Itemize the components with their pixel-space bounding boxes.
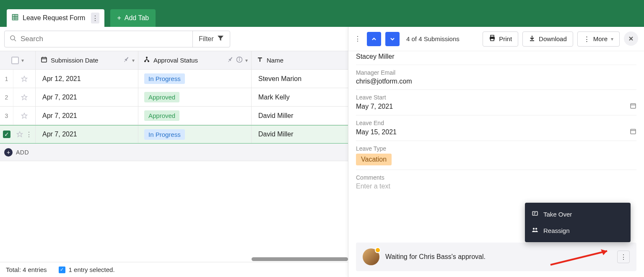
search-input[interactable] (21, 35, 187, 43)
svg-rect-30 (631, 129, 636, 134)
svg-point-11 (146, 57, 148, 58)
svg-marker-18 (22, 94, 27, 100)
row-star[interactable] (13, 70, 36, 88)
download-button[interactable]: Download (522, 31, 573, 47)
close-panel-button[interactable] (624, 31, 638, 46)
next-submission-button[interactable] (385, 32, 400, 46)
info-icon[interactable] (236, 56, 243, 64)
plus-icon: + (117, 14, 121, 22)
row-star[interactable]: ⋮ (13, 125, 36, 143)
svg-line-6 (14, 39, 16, 41)
svg-point-5 (10, 36, 15, 40)
svg-marker-19 (22, 113, 27, 118)
field-leave-start-label: Leave Start (356, 94, 636, 101)
tab-leave-request[interactable]: Leave Request Form ⋮ (7, 9, 104, 27)
approver-avatar (363, 248, 379, 265)
chevron-down-icon[interactable]: ▾ (245, 57, 248, 63)
take-over-menu-item[interactable]: Take Over (525, 206, 631, 222)
chevron-down-icon[interactable]: ▾ (132, 57, 135, 63)
more-label: More (593, 35, 608, 42)
svg-point-12 (144, 60, 146, 62)
svg-rect-7 (42, 57, 47, 62)
svg-rect-28 (631, 104, 636, 108)
panel-menu-button[interactable]: ⋮ (353, 35, 363, 43)
cell-submission-date: Apr 12, 2021 (36, 70, 138, 88)
field-leave-start-value: May 7, 2021 (356, 103, 393, 110)
cell-approval-status: In Progress (138, 70, 252, 88)
svg-point-33 (533, 228, 535, 230)
cell-submission-date: Apr 7, 2021 (36, 107, 138, 125)
status-badge: Approved (144, 92, 179, 102)
total-entries: Total: 4 entries (6, 266, 47, 273)
svg-point-13 (148, 60, 149, 62)
pin-icon[interactable] (123, 56, 130, 64)
row-number: 3 (0, 107, 13, 125)
dots-icon: ⋮ (584, 35, 590, 43)
field-name-value: Stacey Miller (356, 53, 636, 60)
svg-marker-17 (22, 76, 27, 81)
status-badge: Approved (144, 110, 179, 121)
svg-rect-0 (13, 15, 18, 20)
horizontal-scrollbar[interactable] (252, 257, 348, 261)
column-label: Submission Date (51, 57, 98, 64)
add-tab-label: Add Tab (125, 14, 149, 22)
calendar-icon[interactable] (630, 128, 636, 136)
add-tab-button[interactable]: + Add Tab (110, 9, 156, 27)
approval-status-bar: Waiting for Chris Bass's approval. ⋮ Tak… (356, 243, 636, 271)
search-box[interactable] (5, 31, 192, 47)
cell-approval-status: Approved (138, 88, 252, 106)
filter-label: Filter (199, 35, 214, 43)
row-number: 1 (0, 70, 13, 88)
chevron-down-icon[interactable]: ▾ (21, 57, 24, 63)
tab-menu-button[interactable]: ⋮ (91, 13, 99, 24)
print-button[interactable]: Print (483, 31, 518, 47)
status-badge (375, 247, 381, 253)
row-star[interactable] (13, 88, 36, 106)
filter-button[interactable]: Filter (192, 31, 230, 47)
column-label: Approval Status (153, 57, 198, 64)
field-manager-email-label: Manager Email (356, 69, 636, 76)
reassign-label: Reassign (543, 227, 570, 234)
detail-header: ⋮ 4 of 4 Submissions Print Download ⋮ (348, 27, 644, 51)
more-button[interactable]: ⋮ More ▾ (577, 31, 620, 47)
row-menu-icon[interactable]: ⋮ (26, 131, 32, 138)
svg-rect-21 (491, 35, 494, 37)
print-label: Print (499, 35, 512, 42)
field-manager-email-value: chris@jotform.com (356, 78, 636, 85)
annotation-arrow (548, 246, 615, 267)
status-badge: In Progress (144, 73, 185, 84)
field-leave-type-label: Leave Type (356, 145, 636, 152)
tab-label: Leave Request Form (23, 14, 85, 22)
download-icon (529, 35, 535, 43)
svg-point-34 (535, 228, 537, 230)
cell-submission-date: Apr 7, 2021 (36, 88, 138, 106)
cell-approval-status: In Progress (138, 125, 252, 143)
tab-bar: Leave Request Form ⋮ + Add Tab (0, 4, 644, 27)
column-submission-date[interactable]: Submission Date ▾ (36, 51, 138, 69)
svg-rect-32 (532, 212, 538, 215)
row-star[interactable] (13, 107, 36, 125)
field-comments-placeholder[interactable]: Enter a text (356, 183, 636, 190)
approval-status-text: Waiting for Chris Bass's approval. (385, 253, 486, 261)
row-number: ✓ (0, 125, 13, 143)
reassign-menu-item[interactable]: Reassign (525, 222, 631, 239)
select-all-checkbox[interactable] (11, 57, 19, 64)
field-leave-type-value: Vacation (356, 154, 392, 165)
field-leave-end-label: Leave End (356, 120, 636, 126)
check-icon: ✓ (59, 267, 65, 273)
row-checkbox[interactable]: ✓ (3, 131, 10, 138)
calendar-icon[interactable] (630, 102, 636, 111)
field-comments-label: Comments (356, 174, 636, 181)
pin-icon[interactable] (227, 56, 234, 64)
svg-rect-23 (491, 39, 494, 41)
field-leave-end-value: May 15, 2021 (356, 128, 397, 136)
search-icon (10, 35, 16, 43)
submission-counter: 4 of 4 Submissions (406, 35, 460, 42)
cell-approval-status: Approved (138, 107, 252, 125)
column-approval-status[interactable]: Approval Status ▾ (138, 51, 252, 69)
svg-point-16 (239, 58, 240, 58)
take-over-icon (532, 210, 538, 218)
approval-menu-button[interactable]: ⋮ (617, 251, 630, 263)
cell-submission-date: Apr 7, 2021 (36, 125, 138, 143)
prev-submission-button[interactable] (367, 32, 381, 46)
